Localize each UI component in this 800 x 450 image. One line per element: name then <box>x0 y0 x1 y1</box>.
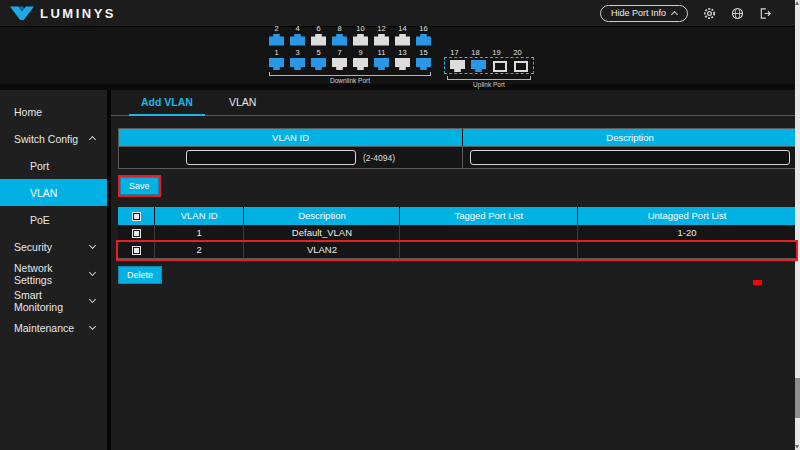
cell-tagged-port-list <box>399 242 577 259</box>
vlan-id-range-hint: (2-4094) <box>363 153 395 163</box>
brand-name: LUMINYS <box>40 6 116 21</box>
sidebar-item-label: Maintenance <box>14 322 74 334</box>
logout-icon[interactable] <box>758 6 772 20</box>
sidebar-item-vlan[interactable]: VLAN <box>0 179 107 206</box>
select-all-checkbox[interactable] <box>132 212 141 221</box>
port-number-label: 6 <box>308 24 329 33</box>
description-input[interactable] <box>470 150 791 165</box>
port-number-label: 15 <box>413 48 434 57</box>
port-number-label: 1 <box>266 48 287 57</box>
port-15[interactable] <box>413 57 434 70</box>
rj45-port-icon <box>290 58 305 70</box>
scrollbar-thumb[interactable] <box>795 378 800 418</box>
port-info-panel: 246810121416 13579111315 Downlink Port 1… <box>0 27 800 90</box>
port-12[interactable] <box>371 33 392 46</box>
sidebar-item-poe[interactable]: PoE <box>0 206 107 233</box>
sidebar-nav: HomeSwitch ConfigPortVLANPoESecurityNetw… <box>0 90 107 450</box>
sidebar-item-port[interactable]: Port <box>0 152 107 179</box>
vlan-id-cell: (2-4094) <box>119 146 462 168</box>
port-11[interactable] <box>371 57 392 70</box>
select-all-cell <box>118 207 154 225</box>
port-16[interactable] <box>413 33 434 46</box>
rj45-port-icon <box>374 34 389 46</box>
port-5[interactable] <box>308 57 329 70</box>
delete-button[interactable]: Delete <box>118 266 162 284</box>
form-input-row: (2-4094) <box>119 146 797 168</box>
port-17[interactable] <box>447 59 468 72</box>
row-checkbox[interactable] <box>132 246 141 255</box>
port-visualization: 246810121416 13579111315 Downlink Port 1… <box>266 24 534 88</box>
row-select-cell <box>118 225 154 242</box>
chevron-down-icon <box>89 242 96 249</box>
port-number-label: 7 <box>329 48 350 57</box>
rj45-port-icon <box>450 60 465 72</box>
gear-icon[interactable] <box>702 6 716 20</box>
port-number-label: 9 <box>350 48 371 57</box>
rj45-port-icon <box>374 58 389 70</box>
tab-vlan[interactable]: VLAN <box>211 90 274 116</box>
downlink-port-group: 246810121416 13579111315 Downlink Port <box>266 24 434 88</box>
sidebar-item-home[interactable]: Home <box>0 98 107 125</box>
rj45-port-icon <box>353 58 368 70</box>
sfp-port-icon <box>493 61 507 72</box>
page-scrollbar[interactable] <box>795 0 800 450</box>
vlan-page-body: VLAN ID Description (2-4094) S <box>111 116 800 284</box>
globe-icon[interactable] <box>730 6 744 20</box>
brand-logo: LUMINYS <box>10 5 116 21</box>
port-9[interactable] <box>350 57 371 70</box>
rj45-port-icon <box>332 58 347 70</box>
hide-port-info-label: Hide Port Info <box>611 8 666 18</box>
port-7[interactable] <box>329 57 350 70</box>
row-select-cell <box>118 242 154 259</box>
column-header-vlan-id: VLAN ID <box>154 207 243 225</box>
port-4[interactable] <box>287 33 308 46</box>
port-3[interactable] <box>287 57 308 70</box>
sidebar-item-maintenance[interactable]: Maintenance <box>0 314 107 341</box>
sidebar-item-security[interactable]: Security <box>0 233 107 260</box>
save-button[interactable]: Save <box>120 177 159 195</box>
sidebar-item-label: Switch Config <box>14 133 78 145</box>
main-area: HomeSwitch ConfigPortVLANPoESecurityNetw… <box>0 90 800 450</box>
table-row-vlan-1[interactable]: 1Default_VLAN1-20 <box>118 225 796 242</box>
port-13[interactable] <box>392 57 413 70</box>
vlan-id-input[interactable] <box>186 150 356 165</box>
port-18[interactable] <box>468 59 489 72</box>
annotation-box-save: Save <box>118 175 161 197</box>
port-row-odd <box>266 57 434 70</box>
port-8[interactable] <box>329 33 350 46</box>
rj45-port-icon <box>471 60 486 72</box>
hide-port-info-button[interactable]: Hide Port Info <box>600 5 688 22</box>
cell-vlan-id: 1 <box>154 225 243 242</box>
cell-vlan-id: 2 <box>154 242 243 259</box>
rj45-port-icon <box>332 34 347 46</box>
table-header-row: VLAN IDDescriptionTagged Port ListUntagg… <box>118 207 796 225</box>
form-header-row: VLAN ID Description <box>119 129 797 146</box>
row-checkbox[interactable] <box>132 229 141 238</box>
port-10[interactable] <box>350 33 371 46</box>
sidebar-item-smart-monitoring[interactable]: Smart Monitoring <box>0 287 107 314</box>
port-number-label: 13 <box>392 48 413 57</box>
table-row-vlan-2[interactable]: 2VLAN2 <box>118 242 796 259</box>
port-number-label: 4 <box>287 24 308 33</box>
rj45-port-icon <box>269 58 284 70</box>
port-1[interactable] <box>266 57 287 70</box>
port-numbers-odd: 13579111315 <box>266 48 434 57</box>
port-number-label: 2 <box>266 24 287 33</box>
scroll-up-arrow-icon[interactable] <box>795 1 799 5</box>
description-cell <box>462 146 797 168</box>
scroll-down-arrow-icon[interactable] <box>795 445 799 449</box>
tab-add-vlan[interactable]: Add VLAN <box>123 90 211 116</box>
sidebar-item-switch-config[interactable]: Switch Config <box>0 125 107 152</box>
port-14[interactable] <box>392 33 413 46</box>
port-20[interactable] <box>510 59 531 72</box>
sidebar-item-network-settings[interactable]: Network Settings <box>0 260 107 287</box>
sidebar-item-label: Smart Monitoring <box>14 289 90 313</box>
port-19[interactable] <box>489 59 510 72</box>
port-6[interactable] <box>308 33 329 46</box>
uplink-port-label: Uplink Port <box>444 81 534 88</box>
port-2[interactable] <box>266 33 287 46</box>
rj45-port-icon <box>353 34 368 46</box>
port-number-label: 3 <box>287 48 308 57</box>
port-numbers-uplink: 17181920 <box>444 48 534 57</box>
sidebar-item-label: PoE <box>30 214 50 226</box>
